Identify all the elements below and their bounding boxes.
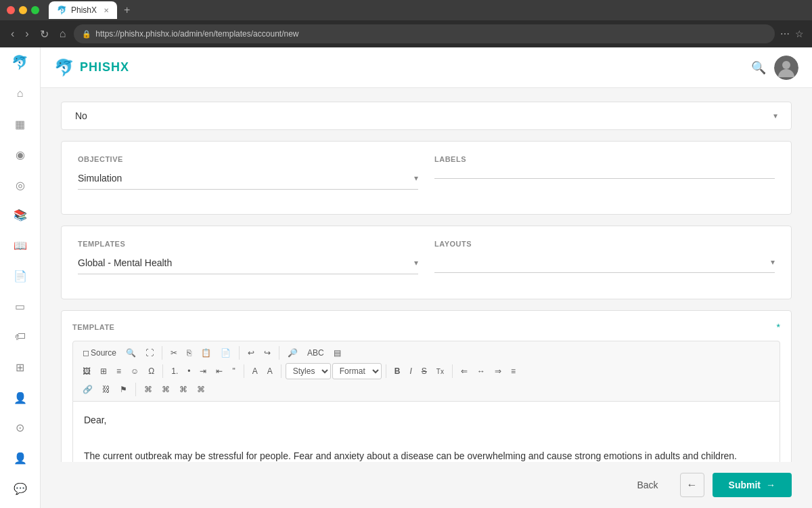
paste-plain-button[interactable]: 📄 [217,345,235,360]
bookmark-button[interactable]: ☆ [795,28,804,39]
avatar[interactable] [774,56,798,80]
align-button[interactable]: ≡ [112,364,125,379]
justify-button[interactable]: ≡ [507,364,520,379]
template-var-btn-1[interactable]: ⌘ [140,382,156,397]
editor-content-area[interactable]: Dear, The current outbreak may be stress… [72,402,780,462]
copy-button[interactable]: ⎘ [183,345,196,360]
template-label-row: TEMPLATE * [72,322,780,333]
forward-nav-button[interactable]: › [22,25,31,43]
template-section: TEMPLATE * ◻ Source 🔍 ⛶ [61,310,792,462]
table-button[interactable]: ⊞ [96,364,111,379]
template-var-btn-4[interactable]: ⌘ [193,382,209,397]
header-actions: 🔍 [751,56,798,80]
sidebar-item-chat[interactable]: 💬 [7,476,34,501]
undo-button[interactable]: ↩ [244,345,258,360]
maximize-btn[interactable] [31,6,39,14]
outdent-button[interactable]: ⇤ [212,364,227,379]
toolbar-separator-6 [281,364,281,378]
search-icon[interactable]: 🔍 [751,60,766,75]
format-select[interactable]: Format [332,363,382,379]
browser-tab[interactable]: 🐬 PhishX ✕ [49,1,117,19]
spellcheck-button[interactable]: ABC [303,345,328,360]
sidebar-item-target[interactable]: ◎ [7,173,34,198]
sidebar-item-document[interactable]: 📄 [7,263,34,289]
cut-button[interactable]: ✂ [166,345,181,360]
italic-button[interactable]: I [405,364,415,379]
header-logo-text: PHISHX [80,60,129,75]
bold-button[interactable]: B [390,364,405,379]
sidebar-item-tag[interactable]: 🏷 [7,324,34,350]
emoji-button[interactable]: ☺ [127,364,143,379]
bottom-actions: Back ← Submit → [41,462,812,508]
redo-button[interactable]: ↪ [260,345,275,360]
unlink-button[interactable]: ⛓ [98,382,114,397]
labels-dropdown[interactable] [434,167,775,179]
zoom-button[interactable]: 🔎 [284,345,302,360]
subscript-button[interactable]: Tx [432,365,448,378]
sidebar-item-user[interactable]: 👤 [7,446,34,471]
align-left-button[interactable]: ⇐ [457,364,472,379]
fullscreen-button[interactable]: ⛶ [141,345,158,360]
home-nav-button[interactable]: ⌂ [57,25,69,43]
sidebar-item-group[interactable]: ◉ [7,142,34,167]
templates-dropdown[interactable]: Global - Mental Health ▾ [78,252,418,274]
toolbar-separator-7 [386,364,386,378]
extensions-button[interactable]: ⋯ [780,28,790,39]
layouts-dropdown[interactable]: ▾ [434,252,775,273]
align-center-button[interactable]: ↔ [473,364,489,379]
prev-button[interactable]: ← [680,473,704,497]
blocks-button[interactable]: ▤ [330,345,345,360]
sidebar-item-book[interactable]: 📖 [7,233,34,258]
sidebar: 🐬 ⌂ ▦ ◉ ◎ 📚 📖 📄 ▭ 🏷 ⊞ 👤 ⊙ 👤 💬 [0,47,41,508]
templates-layouts-row: TEMPLATES Global - Mental Health ▾ LAYOU… [78,240,775,274]
sidebar-item-tablet[interactable]: ▭ [7,294,34,319]
template-var-btn-3[interactable]: ⌘ [175,382,191,397]
unordered-list-button[interactable]: • [183,364,194,379]
strikethrough-button[interactable]: S [418,364,431,379]
minimize-btn[interactable] [19,6,27,14]
no-dropdown-value: No [75,110,87,121]
indent-button[interactable]: ⇥ [196,364,210,379]
ordered-list-button[interactable]: 1. [167,364,182,379]
sidebar-logo: 🐬 [12,54,28,70]
template-var-btn-2[interactable]: ⌘ [158,382,174,397]
new-tab-button[interactable]: + [124,4,130,16]
browser-chrome: 🐬 PhishX ✕ + [0,0,812,20]
source-button[interactable]: ◻ Source [78,345,120,360]
template-label: TEMPLATE [72,323,114,331]
link-button[interactable]: 🔗 [78,382,97,397]
align-right-button[interactable]: ⇒ [491,364,505,379]
sidebar-item-person[interactable]: 👤 [7,385,34,410]
main-content: No ▾ OBJECTIVE Simulation ▾ LABELS [41,88,812,462]
paste-button[interactable]: 📋 [197,345,215,360]
sidebar-item-layout[interactable]: ⊞ [7,355,34,380]
logo-dolphin-icon: 🐬 [12,54,28,70]
submit-button[interactable]: Submit → [713,473,792,497]
objective-value: Simulation [78,173,122,184]
bg-color-button[interactable]: A​ [263,364,277,379]
editor-toolbar: ◻ Source 🔍 ⛶ ✂ ⎘ 📋 📄 [72,341,780,402]
blockquote-button[interactable]: " [228,364,239,379]
image-button[interactable]: 🖼 [78,364,95,379]
back-nav-button[interactable]: ‹ [8,25,17,43]
sidebar-item-grid[interactable]: ▦ [7,112,34,137]
editor-paragraph-1: The current outbreak may be stressful fo… [84,448,769,462]
no-dropdown-arrow-icon[interactable]: ▾ [773,111,777,121]
sidebar-item-home[interactable]: ⌂ [7,81,34,106]
objective-dropdown[interactable]: Simulation ▾ [78,167,418,190]
toolbar-row-2: 🖼 ⊞ ≡ ☺ Ω 1. • ⇥ ⇤ " A A​ [78,363,774,379]
sidebar-item-network[interactable]: ⊙ [7,415,34,440]
anchor-button[interactable]: ⚑ [116,382,131,397]
url-bar[interactable]: 🔒 https://phishx.phishx.io/admin/en/temp… [74,24,775,43]
find-button[interactable]: 🔍 [122,345,140,360]
back-button[interactable]: Back [623,473,671,497]
reload-button[interactable]: ↻ [37,25,51,43]
toolbar-separator-4 [162,364,163,378]
omega-button[interactable]: Ω [144,364,158,379]
tab-close-icon[interactable]: ✕ [104,7,109,14]
styles-select[interactable]: Styles [286,363,331,379]
close-btn[interactable] [7,6,15,14]
toolbar-separator-5 [244,364,244,378]
sidebar-item-books[interactable]: 📚 [7,203,34,228]
font-color-button[interactable]: A [248,364,262,379]
